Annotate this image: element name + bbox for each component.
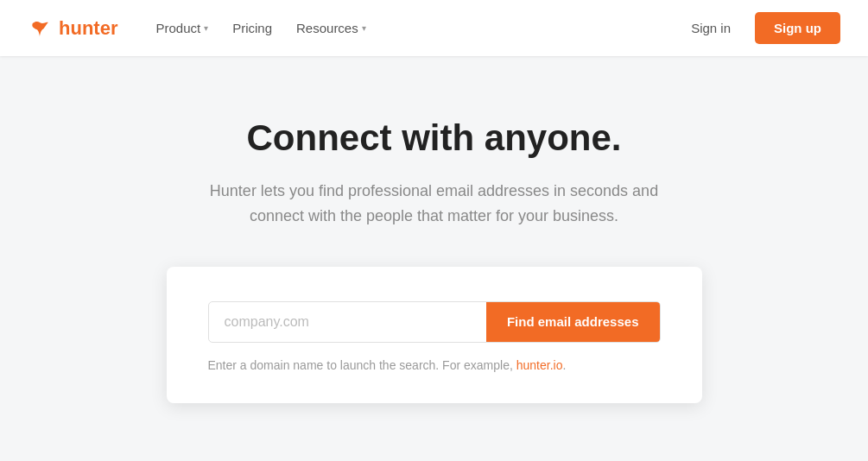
nav-links: Product ▾ Pricing Resources ▾ [145, 14, 681, 42]
nav-product[interactable]: Product ▾ [145, 14, 219, 42]
nav-resources[interactable]: Resources ▾ [286, 14, 377, 42]
logo-link[interactable]: hunter [28, 16, 117, 41]
nav-actions: Sign in Sign up [681, 12, 840, 44]
nav-product-label: Product [155, 21, 200, 35]
search-hint: Enter a domain name to launch the search… [208, 358, 661, 372]
sign-in-button[interactable]: Sign in [681, 14, 741, 42]
domain-search-input[interactable] [209, 302, 486, 342]
hero-section: Connect with anyone. Hunter lets you fin… [0, 56, 868, 455]
logo-text: hunter [59, 17, 117, 40]
find-emails-button[interactable]: Find email addresses [486, 302, 660, 342]
navbar: hunter Product ▾ Pricing Resources ▾ Sig… [0, 0, 868, 56]
hero-title: Connect with anyone. [246, 117, 621, 160]
product-chevron-icon: ▾ [204, 23, 208, 33]
hero-subtitle: Hunter lets you find professional email … [193, 179, 676, 229]
search-hint-period: . [562, 358, 566, 372]
search-hint-link[interactable]: hunter.io [516, 358, 563, 372]
logo-icon [28, 16, 52, 41]
search-row: Find email addresses [208, 301, 661, 343]
nav-pricing-label: Pricing [232, 21, 272, 35]
nav-resources-label: Resources [296, 21, 358, 35]
sign-up-button[interactable]: Sign up [755, 12, 840, 44]
nav-pricing[interactable]: Pricing [222, 14, 282, 42]
search-card: Find email addresses Enter a domain name… [167, 267, 702, 403]
resources-chevron-icon: ▾ [362, 23, 366, 33]
search-hint-text: Enter a domain name to launch the search… [208, 358, 513, 372]
